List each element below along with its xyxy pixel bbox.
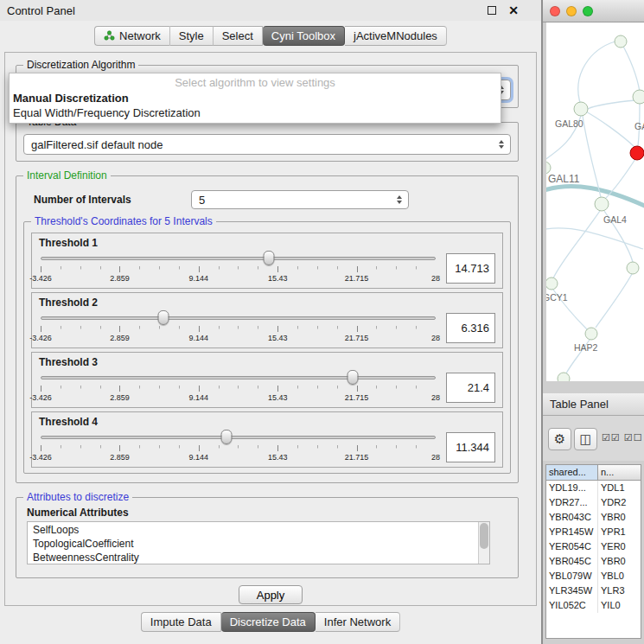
- close-window-button[interactable]: [550, 6, 560, 16]
- column-header-shared-name[interactable]: shared...: [546, 465, 598, 481]
- network-edge[interactable]: [578, 41, 615, 105]
- network-edge[interactable]: [581, 109, 635, 148]
- table-cell[interactable]: YDL19...: [546, 481, 598, 495]
- attribute-item[interactable]: BetweennessCentrality: [33, 551, 477, 564]
- slider-track[interactable]: [41, 436, 436, 439]
- table-row[interactable]: YDR27...YDR2: [546, 495, 641, 510]
- apply-button[interactable]: Apply: [239, 585, 303, 604]
- table-row[interactable]: YER054CYER0: [546, 539, 641, 554]
- network-node[interactable]: [574, 102, 588, 116]
- slider-track[interactable]: [41, 316, 436, 320]
- tab-jactivemodules[interactable]: jActiveMNodules: [345, 26, 447, 46]
- threshold-slider[interactable]: -3.4262.8599.14415.4321.71528: [41, 250, 436, 286]
- attribute-item[interactable]: TopologicalCoefficient: [33, 537, 477, 551]
- network-edge[interactable]: [546, 228, 643, 249]
- attribute-item[interactable]: SelfLoops: [33, 523, 477, 537]
- table-cell[interactable]: YDL1: [598, 481, 641, 495]
- network-node[interactable]: [633, 90, 644, 104]
- tab-discretize-data[interactable]: Discretize Data: [221, 612, 316, 632]
- table-row[interactable]: YDL19...YDL1: [546, 481, 641, 495]
- table-cell[interactable]: YBR0: [598, 510, 641, 525]
- show-columns-button[interactable]: ◫: [574, 428, 597, 450]
- table-cell[interactable]: YPR145W: [546, 525, 598, 539]
- slider-tick-label: 15.43: [268, 334, 288, 342]
- table-cell[interactable]: YBR0: [598, 554, 641, 569]
- network-node[interactable]: [615, 35, 627, 48]
- zoom-window-button[interactable]: [583, 6, 593, 16]
- threshold-value-field[interactable]: 6.316: [446, 313, 495, 343]
- network-node[interactable]: [546, 277, 558, 290]
- slider-track[interactable]: [41, 376, 436, 379]
- table-cell[interactable]: YER0: [598, 539, 641, 554]
- dropdown-option-equal-width-frequency[interactable]: Equal Width/Frequency Discretization: [10, 105, 501, 120]
- tab-network-label: Network: [119, 29, 161, 42]
- table-cell[interactable]: YBL079W: [546, 569, 598, 583]
- slider-thumb[interactable]: [348, 370, 359, 385]
- threshold-value-field[interactable]: 14.713: [446, 253, 495, 284]
- threshold-slider[interactable]: -3.4262.8599.14415.4321.71528: [41, 429, 436, 465]
- algorithm-group-title: Discretization Algorithm: [23, 59, 138, 71]
- slider-track[interactable]: [41, 257, 436, 260]
- minimize-window-button[interactable]: [566, 6, 577, 16]
- column-header-name[interactable]: n...: [598, 465, 641, 481]
- network-node[interactable]: [558, 373, 570, 381]
- table-cell[interactable]: YIL052C: [546, 598, 598, 613]
- table-cell[interactable]: YBR043C: [546, 510, 598, 525]
- close-panel-icon[interactable]: ✕: [508, 6, 519, 15]
- table-cell[interactable]: YLR3: [598, 583, 641, 598]
- network-node[interactable]: [627, 262, 639, 274]
- network-canvas[interactable]: GAL80GAGAL11GAL4GCY1HAP2: [546, 22, 644, 381]
- network-edge[interactable]: [588, 100, 636, 109]
- threshold-slider[interactable]: -3.4262.8599.14415.4321.71528: [41, 369, 436, 405]
- network-icon: [104, 30, 115, 41]
- dropdown-option-manual-discretization[interactable]: Manual Discretization: [10, 91, 501, 105]
- interval-definition-title: Interval Definition: [23, 169, 111, 182]
- network-node[interactable]: [546, 162, 551, 174]
- table-cell[interactable]: YIL0: [598, 598, 641, 613]
- number-of-intervals-combobox[interactable]: 5: [191, 190, 409, 209]
- table-row[interactable]: YLR345WYLR3: [546, 583, 641, 598]
- network-edge[interactable]: [553, 211, 600, 278]
- network-node[interactable]: [585, 328, 597, 340]
- threshold-value-field[interactable]: 11.344: [446, 432, 495, 462]
- threshold-slider[interactable]: -3.4262.8599.14415.4321.71528: [41, 309, 436, 346]
- table-cell[interactable]: YPR1: [598, 525, 641, 539]
- network-edge[interactable]: [596, 274, 632, 328]
- table-cell[interactable]: YDR2: [598, 495, 641, 510]
- slider-tick-label: -3.426: [29, 393, 52, 402]
- table-settings-button[interactable]: ⚙: [548, 428, 571, 450]
- float-window-icon[interactable]: [488, 6, 496, 15]
- tab-cyni-toolbox[interactable]: Cyni Toolbox: [263, 26, 345, 46]
- network-edge[interactable]: [583, 116, 601, 197]
- slider-tick-label: 2.859: [110, 393, 130, 402]
- gear-icon: ⚙: [554, 431, 565, 447]
- network-node[interactable]: [595, 197, 609, 211]
- table-row[interactable]: YPR145WYPR1: [546, 525, 641, 539]
- slider-thumb[interactable]: [263, 251, 274, 265]
- attributes-scrollbar[interactable]: [478, 522, 489, 564]
- table-cell[interactable]: YDR27...: [546, 495, 598, 510]
- tab-network[interactable]: Network: [94, 26, 170, 46]
- table-cell[interactable]: YLR345W: [546, 583, 598, 598]
- tab-impute-data[interactable]: Impute Data: [141, 612, 221, 632]
- table-row[interactable]: YBR045CYBR0: [546, 554, 641, 569]
- slider-tick-label: 28: [431, 274, 440, 283]
- table-row[interactable]: YBR043CYBR0: [546, 510, 641, 525]
- threshold-value-field[interactable]: 21.4: [446, 373, 495, 403]
- column-checkboxes[interactable]: ☑☑ ☑☐: [602, 432, 643, 443]
- tab-style[interactable]: Style: [170, 26, 214, 46]
- attributes-list[interactable]: SelfLoopsTopologicalCoefficientBetweenne…: [27, 521, 490, 564]
- table-cell[interactable]: YBR045C: [546, 554, 598, 569]
- table-cell[interactable]: YBL0: [598, 569, 641, 583]
- table-data-combobox[interactable]: galFiltered.sif default node: [23, 134, 511, 155]
- tab-infer-network[interactable]: Infer Network: [316, 612, 400, 632]
- network-node[interactable]: [630, 146, 644, 160]
- slider-thumb[interactable]: [220, 430, 232, 444]
- table-row[interactable]: YIL052CYIL0: [546, 598, 641, 613]
- table-cell[interactable]: YER054C: [546, 539, 598, 554]
- table-row[interactable]: YBL079WYBL0: [546, 569, 641, 583]
- network-edge[interactable]: [621, 41, 640, 92]
- slider-thumb[interactable]: [157, 310, 169, 325]
- tab-select[interactable]: Select: [214, 26, 263, 46]
- scrollbar-thumb[interactable]: [480, 523, 488, 549]
